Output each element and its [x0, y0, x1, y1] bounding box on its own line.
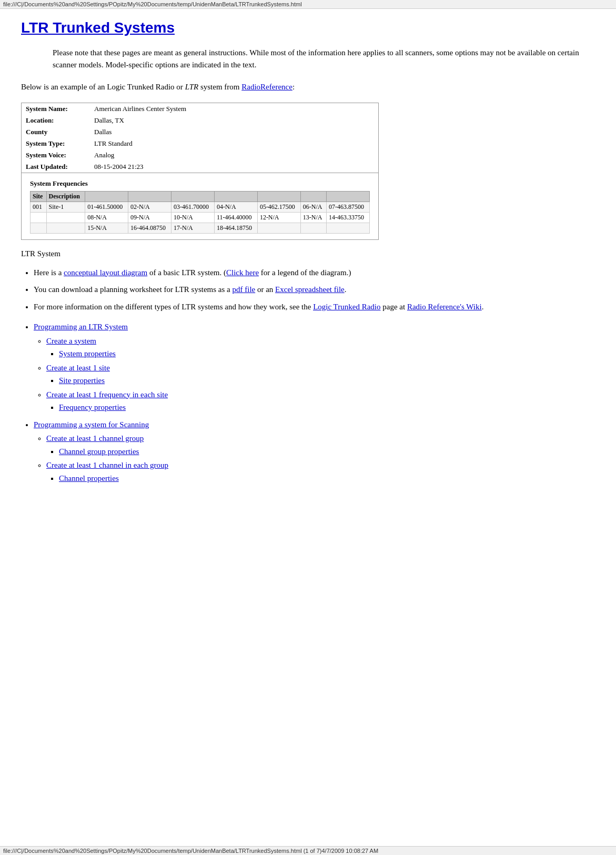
nav-list: Programming an LTR System Create a syste… — [34, 321, 595, 484]
freq-cell: 13-N/A — [300, 212, 326, 223]
field-label: County — [22, 126, 90, 138]
site-cell — [31, 212, 47, 223]
col-header-site: Site — [31, 191, 47, 202]
list-item: Programming an LTR System Create a syste… — [34, 321, 595, 414]
col-header-4 — [214, 191, 257, 202]
excel-link[interactable]: Excel spreadsheet file — [275, 285, 345, 294]
intro-italic: LTR — [185, 83, 199, 91]
note-text: Please note that these pages are meant a… — [53, 47, 595, 71]
freq-cell: 10-N/A — [171, 212, 215, 223]
bullet2-mid: or an — [255, 285, 275, 294]
field-label: System Type: — [22, 138, 90, 149]
channel-properties-link[interactable]: Channel properties — [59, 474, 119, 482]
create-channel-group-link[interactable]: Create at least 1 channel group — [46, 434, 144, 442]
freq-section-header: System Frequencies — [26, 176, 374, 189]
bullet3-mid: page at — [381, 303, 407, 311]
freq-cell: 08-N/A — [85, 212, 128, 223]
freq-table-wrapper: Site Description — [26, 189, 374, 238]
col-header-7 — [327, 191, 370, 202]
bullet2-suffix: . — [345, 285, 347, 294]
list-item: You can download a planning worksheet fo… — [34, 284, 595, 296]
radio-reference-wiki-link[interactable]: Radio Reference's Wiki — [407, 303, 482, 311]
table-row: System Voice: Analog — [22, 149, 378, 161]
programming-ltr-link[interactable]: Programming an LTR System — [34, 323, 128, 331]
field-value: American Airlines Center System — [90, 103, 378, 115]
desc-cell — [46, 212, 85, 223]
list-item: For more information on the different ty… — [34, 301, 595, 313]
freq-cell: 01-461.50000 — [85, 202, 128, 212]
field-value: LTR Standard — [90, 138, 378, 149]
table-row: Last Updated: 08-15-2004 21:23 — [22, 161, 378, 173]
site-properties-link[interactable]: Site properties — [59, 376, 105, 385]
click-here-link[interactable]: Click here — [226, 268, 259, 277]
list-item: Create at least 1 channel in each group … — [46, 459, 595, 484]
list-item: Frequency properties — [59, 401, 595, 414]
field-value: 08-15-2004 21:23 — [90, 161, 378, 173]
list-item: Here is a conceptual layout diagram of a… — [34, 267, 595, 279]
table-row: System Type: LTR Standard — [22, 138, 378, 149]
freq-cell: 11-464.40000 — [214, 212, 257, 223]
freq-cell: 06-N/A — [300, 202, 326, 212]
col-header-1 — [85, 191, 128, 202]
create-channel-link[interactable]: Create at least 1 channel in each group — [46, 461, 168, 469]
bullet3-prefix: For more information on the different ty… — [34, 303, 313, 311]
browser-url: file:///C|/Documents%20and%20Settings/PO… — [3, 1, 302, 7]
bullet1-prefix: Here is a — [34, 268, 64, 277]
frequency-properties-link[interactable]: Frequency properties — [59, 403, 126, 411]
col-header-5 — [257, 191, 300, 202]
radioreference-link[interactable]: RadioReference — [241, 83, 292, 91]
channel-group-properties-link[interactable]: Channel group properties — [59, 447, 139, 456]
freq-cell: 02-N/A — [128, 202, 171, 212]
freq-cell — [327, 223, 370, 233]
freq-cell: 15-N/A — [85, 223, 128, 233]
caption: LTR System — [21, 249, 595, 258]
browser-top-bar: file:///C|/Documents%20and%20Settings/PO… — [0, 0, 616, 9]
sub-list: Create a system System properties Create… — [46, 335, 595, 414]
field-value: Dallas, TX — [90, 115, 378, 126]
list-item: Channel properties — [59, 472, 595, 485]
bullet1-mid2: for a legend of the diagram.) — [259, 268, 351, 277]
bullet1-mid1: of a basic LTR system. ( — [147, 268, 226, 277]
page-title: LTR Trunked Systems — [21, 19, 595, 36]
freq-cell: 09-N/A — [128, 212, 171, 223]
col-header-6 — [300, 191, 326, 202]
freq-cell: 17-N/A — [171, 223, 215, 233]
field-label: System Voice: — [22, 149, 90, 161]
browser-footer-url: file:///C|/Documents%20and%20Settings/PO… — [3, 848, 378, 854]
system-table-wrapper: System Name: American Airlines Center Sy… — [21, 103, 379, 240]
freq-cell: 05-462.17500 — [257, 202, 300, 212]
freq-cell: 04-N/A — [214, 202, 257, 212]
intro-paragraph: Below is an example of an Logic Trunked … — [21, 81, 595, 93]
site-cell — [31, 223, 47, 233]
field-value: Analog — [90, 149, 378, 161]
freq-table-header-row: Site Description — [31, 191, 370, 202]
logic-trunked-radio-link[interactable]: Logic Trunked Radio — [313, 303, 380, 311]
conceptual-layout-link[interactable]: conceptual layout diagram — [64, 268, 147, 277]
create-system-link[interactable]: Create a system — [46, 337, 96, 345]
bullets-list: Here is a conceptual layout diagram of a… — [34, 267, 595, 313]
table-row: Location: Dallas, TX — [22, 115, 378, 126]
create-frequency-link[interactable]: Create at least 1 frequency in each site — [46, 390, 168, 399]
bullet3-suffix: . — [482, 303, 484, 311]
list-item: Site properties — [59, 375, 595, 387]
field-label: Last Updated: — [22, 161, 90, 173]
system-info-table: System Name: American Airlines Center Sy… — [22, 103, 378, 239]
site-cell: 001 — [31, 202, 47, 212]
freq-table-row: 08-N/A 09-N/A 10-N/A 11-464.40000 12-N/A… — [31, 212, 370, 223]
list-item: Create at least 1 site Site properties — [46, 362, 595, 387]
freq-table: Site Description — [30, 191, 370, 234]
pdf-file-link[interactable]: pdf file — [232, 285, 255, 294]
sub-list: Create at least 1 channel group Channel … — [46, 432, 595, 484]
system-properties-link[interactable]: System properties — [59, 349, 116, 358]
freq-table-row: 15-N/A 16-464.08750 17-N/A 18-464.18750 — [31, 223, 370, 233]
table-row: System Name: American Airlines Center Sy… — [22, 103, 378, 115]
freq-cell: 07-463.87500 — [327, 202, 370, 212]
programming-scanning-link[interactable]: Programming a system for Scanning — [34, 420, 149, 429]
desc-cell — [46, 223, 85, 233]
create-site-link[interactable]: Create at least 1 site — [46, 364, 110, 372]
col-header-3 — [171, 191, 215, 202]
table-row: County Dallas — [22, 126, 378, 138]
sub-sub-list: System properties — [59, 348, 595, 360]
sub-sub-list: Site properties — [59, 375, 595, 387]
sub-sub-list: Channel group properties — [59, 446, 595, 458]
